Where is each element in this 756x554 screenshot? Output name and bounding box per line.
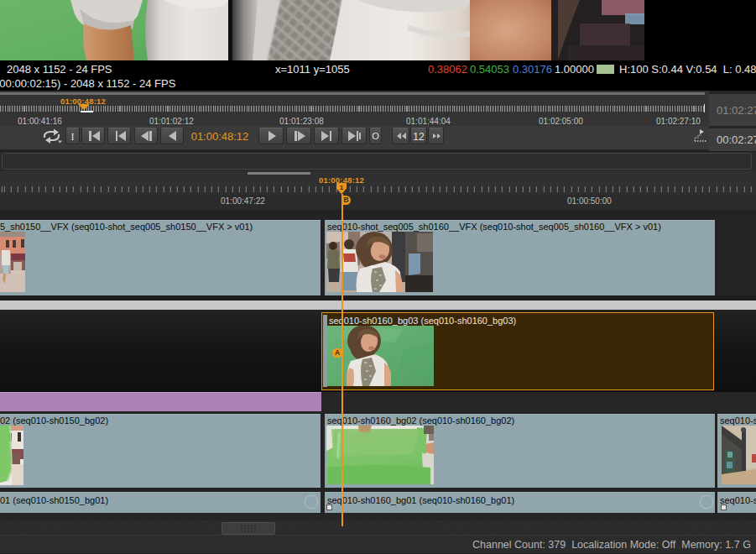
svg-text:1: 1 <box>340 184 344 191</box>
